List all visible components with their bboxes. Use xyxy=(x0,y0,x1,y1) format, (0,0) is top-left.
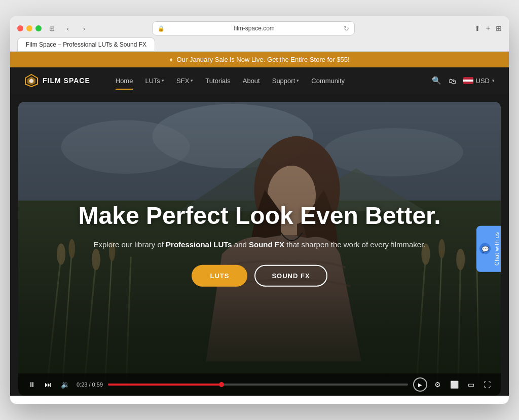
chat-icon: 💬 xyxy=(479,243,491,254)
cart-button[interactable]: 🛍 xyxy=(449,77,456,85)
sfx-chevron-icon: ▾ xyxy=(191,78,193,83)
banner-text: Our January Sale is Now Live. Get the En… xyxy=(177,56,350,63)
nav-community[interactable]: Community xyxy=(306,73,350,89)
address-bar[interactable]: 🔒 film-space.com ↻ xyxy=(152,21,355,35)
nav-tutorials[interactable]: Tutorials xyxy=(200,73,235,89)
ssl-lock-icon: 🔒 xyxy=(158,25,165,32)
share-button[interactable]: ⬆ xyxy=(474,24,480,32)
traffic-lights xyxy=(17,25,42,31)
pause-button[interactable]: ⏸ xyxy=(26,379,38,390)
chat-widget[interactable]: Chat with us 💬 xyxy=(476,226,501,272)
video-controls: ⏸ ⏭ 🔉 0:23 / 0:59 ▶ ⚙ ⬜ ▭ ⛶ xyxy=(18,373,501,396)
sidebar-toggle-icon[interactable]: ⊞ xyxy=(46,22,58,34)
nav-about[interactable]: About xyxy=(238,73,265,89)
video-fullscreen-button[interactable]: ⛶ xyxy=(481,379,493,390)
hero-section: Make Perfect Look Even Better. Explore o… xyxy=(18,102,501,396)
video-time: 0:23 / 0:59 xyxy=(77,381,103,388)
next-button[interactable]: ⏭ xyxy=(43,379,54,390)
video-progress-fill xyxy=(108,384,222,386)
search-button[interactable]: 🔍 xyxy=(432,76,441,85)
nav-home[interactable]: Home xyxy=(110,73,138,89)
promo-banner[interactable]: ♦ Our January Sale is Now Live. Get the … xyxy=(10,52,509,67)
luts-chevron-icon: ▾ xyxy=(162,78,164,83)
main-nav: FILM SPACE Home LUTs ▾ SFX ▾ Tutorials xyxy=(10,67,509,94)
video-progress-bar[interactable] xyxy=(108,384,408,386)
video-settings-button[interactable]: ⚙ xyxy=(432,379,443,390)
currency-chevron-icon: ▾ xyxy=(492,78,495,83)
volume-button[interactable]: 🔉 xyxy=(59,379,71,390)
hero-content: Make Perfect Look Even Better. Explore o… xyxy=(72,203,447,287)
back-button[interactable]: ‹ xyxy=(62,22,74,34)
grid-view-button[interactable]: ⊞ xyxy=(496,24,502,32)
nav-sfx[interactable]: SFX ▾ xyxy=(171,73,198,89)
hero-title: Make Perfect Look Even Better. xyxy=(72,203,447,230)
support-chevron-icon: ▾ xyxy=(296,78,299,83)
active-tab[interactable]: Film Space – Professional LUTs & Sound F… xyxy=(17,37,155,51)
website-content: ♦ Our January Sale is Now Live. Get the … xyxy=(10,52,509,396)
video-right-controls: ▶ ⚙ ⬜ ▭ ⛶ xyxy=(413,377,493,392)
logo-text: FILM SPACE xyxy=(43,77,90,85)
minimize-button[interactable] xyxy=(26,25,32,31)
us-flag-icon xyxy=(463,77,473,84)
video-theater-button[interactable]: ▭ xyxy=(466,379,476,390)
luts-button[interactable]: LUTS xyxy=(192,265,247,287)
time-current: 0:23 xyxy=(77,381,87,388)
time-total: 0:59 xyxy=(92,381,103,388)
subtitle-luts: Professional LUTs xyxy=(166,240,232,249)
subtitle-mid: and xyxy=(234,240,249,249)
logo-icon xyxy=(24,73,39,88)
nav-support[interactable]: Support ▾ xyxy=(267,73,305,89)
subtitle-end: that sharpen the work of every filmmaker… xyxy=(286,240,425,249)
subtitle-sfx: Sound FX xyxy=(249,240,284,249)
diamond-icon: ♦ xyxy=(169,56,173,63)
hero-subtitle: Explore our library of Professional LUTs… xyxy=(72,239,447,251)
browser-window: ⊞ ‹ › 🔒 film-space.com ↻ ⬆ ＋ ⊞ Film Spac… xyxy=(10,16,509,404)
new-tab-button[interactable]: ＋ xyxy=(485,24,492,33)
maximize-button[interactable] xyxy=(35,25,42,31)
browser-tabs: Film Space – Professional LUTs & Sound F… xyxy=(17,37,502,51)
nav-icon-group: 🔍 🛍 USD ▾ xyxy=(432,76,495,85)
currency-label: USD xyxy=(476,77,490,85)
close-button[interactable] xyxy=(17,25,23,31)
hero-buttons: LUTS SOUND FX xyxy=(72,265,447,287)
logo[interactable]: FILM SPACE xyxy=(24,73,90,88)
subtitle-plain: Explore our library of xyxy=(94,240,166,249)
url-text: film-space.com xyxy=(168,25,341,32)
video-circle-play[interactable]: ▶ xyxy=(413,377,427,392)
currency-selector[interactable]: USD ▾ xyxy=(463,77,495,85)
chat-label: Chat with us xyxy=(494,232,500,266)
nav-links: Home LUTs ▾ SFX ▾ Tutorials About Suppor xyxy=(110,73,432,89)
refresh-button[interactable]: ↻ xyxy=(344,25,349,32)
browser-action-buttons: ⬆ ＋ ⊞ xyxy=(474,24,502,33)
nav-luts[interactable]: LUTs ▾ xyxy=(140,73,169,89)
video-pip-button[interactable]: ⬜ xyxy=(448,379,461,390)
forward-button[interactable]: › xyxy=(78,22,90,34)
browser-chrome: ⊞ ‹ › 🔒 film-space.com ↻ ⬆ ＋ ⊞ Film Spac… xyxy=(10,16,509,52)
soundfx-button[interactable]: SOUND FX xyxy=(254,265,327,287)
